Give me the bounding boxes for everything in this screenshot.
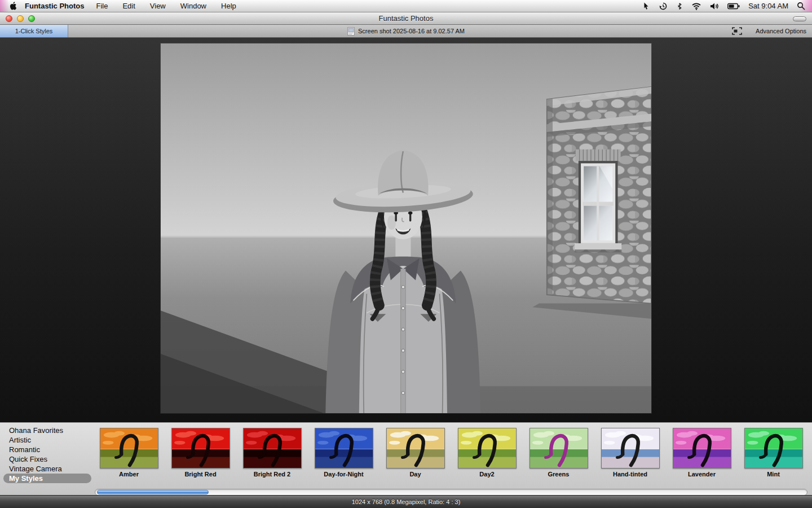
style-thumb-day-for-night[interactable]: Day-for-Night xyxy=(308,428,379,478)
document-proxy[interactable]: Screen shot 2025-08-16 at 9.02.57 AM xyxy=(347,25,465,37)
style-thumb-bright-red-2[interactable]: Bright Red 2 xyxy=(236,428,308,478)
style-thumbnail-label: Lavender xyxy=(688,471,716,478)
fit-screen-icon[interactable] xyxy=(732,27,742,35)
screen: Funtastic Photos FileEditViewWindowHelp … xyxy=(0,0,812,508)
style-thumb-lavender[interactable]: Lavender xyxy=(666,428,738,478)
style-thumb-day[interactable]: Day xyxy=(379,428,451,478)
style-thumb-greens[interactable]: Greens xyxy=(523,428,594,478)
menu-bar-clock[interactable]: Sat 9:04 AM xyxy=(748,2,788,10)
style-thumb-amber[interactable]: Amber xyxy=(93,428,165,478)
style-thumbnail-label: Bright Red 2 xyxy=(254,471,290,478)
time-machine-status-item[interactable] xyxy=(659,2,668,11)
category-quick-fixes[interactable]: Quick Fixes xyxy=(3,454,91,464)
tab-1-click-styles[interactable]: 1-Click Styles xyxy=(0,25,68,37)
style-thumbnail[interactable] xyxy=(243,428,302,468)
styles-strip: Amber Bright Red xyxy=(93,428,809,478)
window-title: Funtastic Photos xyxy=(0,12,812,25)
toolbar: 1-Click Styles Screen shot 2025-08-16 at… xyxy=(0,25,812,38)
volume-status-item[interactable] xyxy=(710,2,719,10)
time-machine-icon xyxy=(659,2,668,11)
stone-wall xyxy=(532,87,651,319)
menu-item-help[interactable]: Help xyxy=(214,0,244,12)
menu-bar: Funtastic Photos FileEditViewWindowHelp … xyxy=(0,0,812,12)
style-thumbnail[interactable] xyxy=(315,428,373,468)
advanced-options-button[interactable]: Advanced Options xyxy=(756,28,806,34)
editor-canvas xyxy=(0,38,812,422)
pointer-status-item[interactable] xyxy=(642,2,650,10)
style-thumbnail[interactable] xyxy=(386,428,445,468)
window xyxy=(575,150,621,253)
wallpaper-tint-right xyxy=(800,0,812,12)
category-romantic[interactable]: Romantic xyxy=(3,445,91,454)
volume-icon xyxy=(710,2,719,10)
document-title: Screen shot 2025-08-16 at 9.02.57 AM xyxy=(358,28,465,34)
category-artistic[interactable]: Artistic xyxy=(3,435,91,445)
bluetooth-icon xyxy=(676,2,683,11)
style-thumbnail[interactable] xyxy=(744,428,803,468)
style-thumbnail[interactable] xyxy=(171,428,230,468)
category-my-styles[interactable]: My Styles xyxy=(3,474,91,483)
category-ohana-favorites[interactable]: Ohana Favorites xyxy=(3,426,91,435)
toolbar-toggle-button[interactable] xyxy=(793,16,806,21)
style-thumb-mint[interactable]: Mint xyxy=(738,428,809,478)
style-thumbnail-label: Day2 xyxy=(479,471,494,478)
style-thumbnail[interactable] xyxy=(458,428,517,468)
style-thumbnail-label: Bright Red xyxy=(184,471,216,478)
styles-panel: Ohana FavoritesArtisticRomanticQuick Fix… xyxy=(0,422,812,495)
style-thumbnail-label: Amber xyxy=(119,471,139,478)
menu-item-edit[interactable]: Edit xyxy=(115,0,142,12)
wifi-status-item[interactable] xyxy=(691,2,701,10)
menu-bar-status-area: Sat 9:04 AM xyxy=(642,2,812,11)
apple-icon xyxy=(9,1,17,11)
battery-status-item[interactable] xyxy=(727,3,740,10)
pointer-icon xyxy=(642,2,650,10)
document-icon xyxy=(347,27,355,36)
photo xyxy=(161,43,651,413)
active-app-menu[interactable]: Funtastic Photos xyxy=(25,2,84,10)
menu-item-file[interactable]: File xyxy=(89,0,115,12)
style-categories: Ohana FavoritesArtisticRomanticQuick Fix… xyxy=(3,426,91,483)
style-thumbnail[interactable] xyxy=(100,428,158,468)
bluetooth-status-item[interactable] xyxy=(676,2,683,11)
status-bar: 1024 x 768 (0.8 Megapixel, Ratio: 4 : 3) xyxy=(0,495,812,508)
style-thumb-bright-red[interactable]: Bright Red xyxy=(165,428,236,478)
style-thumb-hand-tinted[interactable]: Hand-tinted xyxy=(594,428,666,478)
menu-items: FileEditViewWindowHelp xyxy=(89,0,243,12)
style-thumbnail-label: Mint xyxy=(767,471,780,478)
style-thumbnail[interactable] xyxy=(529,428,588,468)
style-thumbnail[interactable] xyxy=(673,428,731,468)
category-vintage-camera[interactable]: Vintage Camera xyxy=(3,464,91,474)
style-thumbnail[interactable] xyxy=(601,428,660,468)
battery-icon xyxy=(727,3,740,10)
menu-item-window[interactable]: Window xyxy=(173,0,214,12)
wifi-icon xyxy=(691,2,701,10)
window-title-bar[interactable]: Funtastic Photos xyxy=(0,12,812,25)
style-thumbnail-label: Day xyxy=(409,471,421,478)
style-thumbnail-label: Greens xyxy=(548,471,570,478)
styles-scrollbar-thumb[interactable] xyxy=(97,490,209,494)
menu-item-view[interactable]: View xyxy=(143,0,173,12)
wallpaper-tint-left xyxy=(0,0,9,12)
style-thumbnail-label: Day-for-Night xyxy=(324,471,363,478)
style-thumbnail-label: Hand-tinted xyxy=(613,471,647,478)
style-thumb-day2[interactable]: Day2 xyxy=(451,428,523,478)
image-dimensions-text: 1024 x 768 (0.8 Megapixel, Ratio: 4 : 3) xyxy=(352,498,461,505)
